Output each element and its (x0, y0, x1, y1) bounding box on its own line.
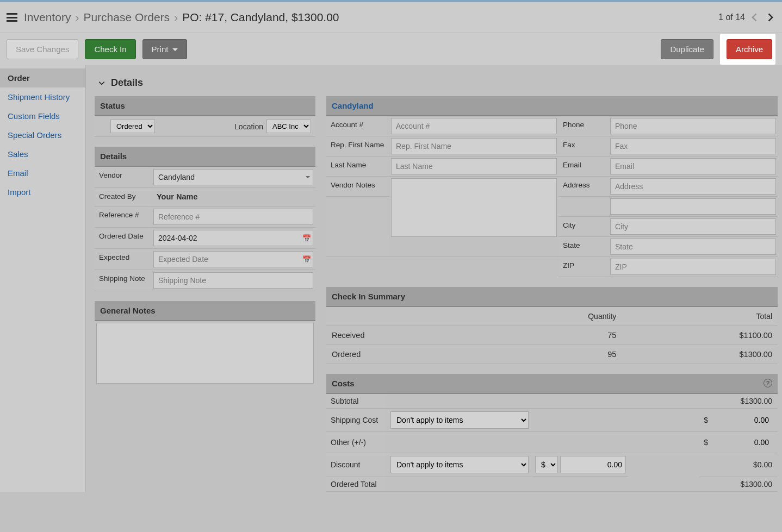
save-button[interactable]: Save Changes (7, 39, 78, 59)
general-notes-input[interactable] (96, 323, 314, 384)
shipping-amount[interactable] (717, 412, 772, 428)
checkin-col-total: Total (622, 307, 778, 326)
discount-label: Discount (326, 453, 386, 477)
sidenav-custom-fields[interactable]: Custom Fields (0, 107, 85, 126)
expected-date-input[interactable] (153, 251, 313, 267)
chevron-right-icon: › (174, 11, 178, 24)
breadcrumb-current: PO: #17, Candyland, $1300.00 (182, 11, 339, 24)
pager: 1 of 14 (718, 12, 775, 23)
subtotal-label: Subtotal (326, 394, 386, 409)
subtotal-value: $1300.00 (712, 394, 778, 409)
sidenav-special-orders[interactable]: Special Orders (0, 126, 85, 145)
help-icon[interactable]: ? (764, 379, 772, 387)
shipping-note-label: Shipping Note (95, 270, 151, 291)
shipping-label: Shipping Cost (326, 409, 386, 432)
print-button[interactable]: Print (142, 39, 188, 59)
city-input[interactable] (610, 218, 776, 235)
details-section-toggle[interactable]: Details (95, 74, 778, 96)
shipping-note-input[interactable] (153, 272, 313, 289)
sidenav: Order Shipment History Custom Fields Spe… (0, 65, 86, 492)
vendor-header-link[interactable]: Candyland (326, 96, 778, 116)
reference-label: Reference # (95, 206, 151, 227)
location-select[interactable]: ABC Inc (266, 120, 311, 133)
status-header: Status (95, 96, 315, 116)
address-input[interactable] (610, 178, 776, 195)
state-label: State (558, 237, 609, 257)
rep-first-label: Rep. First Name (326, 136, 389, 157)
chevron-down-icon (98, 79, 105, 87)
last-name-label: Last Name (326, 157, 389, 177)
next-icon[interactable] (765, 12, 775, 23)
table-row: Ordered 95 $1300.00 (326, 345, 778, 364)
sidenav-email[interactable]: Email (0, 164, 85, 183)
breadcrumb-inventory[interactable]: Inventory (24, 11, 71, 24)
sidenav-shipment-history[interactable]: Shipment History (0, 87, 85, 107)
fax-input[interactable] (610, 138, 776, 154)
sidenav-import[interactable]: Import (0, 183, 85, 202)
ordered-date-input[interactable] (153, 230, 313, 246)
calendar-icon[interactable]: 📅 (302, 255, 311, 264)
details-title: Details (111, 77, 143, 89)
address2-input[interactable] (610, 198, 776, 215)
costs-header: Costs ? (326, 374, 778, 394)
fax-label: Fax (558, 136, 609, 157)
discount-apply-select[interactable]: Don't apply to items (390, 456, 529, 473)
checkin-col-qty: Quantity (482, 307, 622, 326)
reference-input[interactable] (153, 209, 313, 225)
menu-icon[interactable] (7, 13, 17, 22)
other-label: Other (+/-) (326, 432, 386, 453)
sidenav-order[interactable]: Order (0, 68, 85, 87)
vendor-notes-input[interactable] (391, 178, 557, 237)
created-by-value: Your Name (151, 188, 203, 206)
account-input[interactable] (391, 118, 557, 134)
vendor-notes-label: Vendor Notes (326, 177, 389, 197)
rep-first-input[interactable] (391, 138, 557, 154)
discount-amount: $0.00 (712, 453, 778, 477)
created-by-label: Created By (95, 188, 151, 206)
other-amount[interactable] (717, 435, 772, 450)
duplicate-button[interactable]: Duplicate (661, 39, 713, 59)
checkin-table: Quantity Total Received 75 $1100.00 Orde… (326, 307, 778, 364)
breadcrumb-bar: Inventory › Purchase Orders › PO: #17, C… (0, 2, 782, 33)
shipping-apply-select[interactable]: Don't apply to items (390, 411, 529, 429)
email-label: Email (558, 157, 609, 177)
toolbar: Save Changes Check In Print Duplicate Ar… (0, 33, 782, 65)
prev-icon[interactable] (749, 12, 760, 23)
status-select[interactable]: Ordered (110, 120, 155, 133)
city-label: City (558, 217, 609, 237)
location-label: Location (234, 122, 263, 131)
sidenav-sales[interactable]: Sales (0, 145, 85, 164)
general-notes-header: General Notes (95, 301, 315, 321)
phone-input[interactable] (610, 118, 776, 134)
discount-currency-select[interactable]: $ (535, 456, 558, 473)
currency-symbol: $ (699, 432, 712, 453)
chevron-right-icon: › (75, 11, 79, 24)
check-in-button[interactable]: Check In (85, 39, 135, 59)
calendar-icon[interactable]: 📅 (302, 234, 311, 242)
archive-button[interactable]: Archive (727, 39, 772, 59)
ordered-date-label: Ordered Date (95, 228, 151, 248)
checkin-header: Check In Summary (326, 287, 778, 307)
ordered-total-label: Ordered Total (326, 477, 386, 491)
breadcrumb-purchase-orders[interactable]: Purchase Orders (83, 11, 170, 24)
discount-input[interactable] (560, 456, 626, 473)
pager-text: 1 of 14 (718, 12, 745, 22)
ordered-total-value: $1300.00 (712, 477, 778, 491)
table-row: Received 75 $1100.00 (326, 326, 778, 345)
currency-symbol: $ (699, 409, 712, 432)
vendor-label: Vendor (95, 167, 151, 187)
email-input[interactable] (610, 158, 776, 174)
last-name-input[interactable] (391, 158, 557, 174)
zip-label: ZIP (558, 257, 609, 277)
account-label: Account # (326, 116, 389, 136)
checkin-col-blank (326, 307, 482, 326)
address-label: Address (558, 177, 609, 197)
state-input[interactable] (610, 239, 776, 255)
zip-input[interactable] (610, 259, 776, 275)
expected-label: Expected (95, 249, 151, 270)
breadcrumb: Inventory › Purchase Orders › PO: #17, C… (24, 11, 718, 24)
details-header: Details (95, 147, 315, 167)
costs-table: Subtotal $1300.00 Shipping Cost Don't ap… (326, 394, 778, 492)
phone-label: Phone (558, 116, 609, 136)
vendor-select[interactable]: Candyland (153, 169, 313, 185)
